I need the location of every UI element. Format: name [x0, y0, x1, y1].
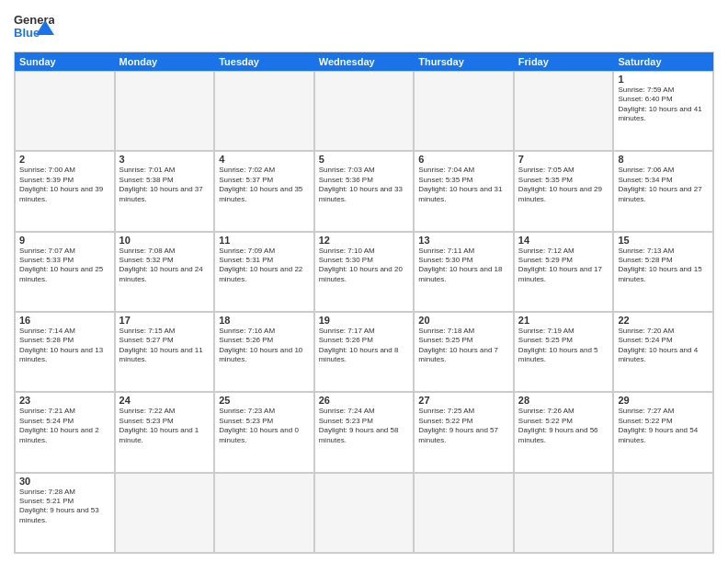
cell-text: Sunrise: 7:19 AM Sunset: 5:25 PM Dayligh… [518, 327, 609, 365]
cell-text: Sunrise: 7:04 AM Sunset: 5:35 PM Dayligh… [418, 166, 509, 204]
calendar-cell-2: 2Sunrise: 7:00 AM Sunset: 5:39 PM Daylig… [15, 151, 115, 231]
calendar-cell-28: 28Sunrise: 7:26 AM Sunset: 5:22 PM Dayli… [514, 392, 614, 472]
day-header-tuesday: Tuesday [214, 52, 314, 71]
calendar-cell-25: 25Sunrise: 7:23 AM Sunset: 5:23 PM Dayli… [214, 392, 314, 472]
day-number: 26 [319, 395, 410, 406]
empty-cell [214, 71, 314, 151]
cell-text: Sunrise: 7:17 AM Sunset: 5:26 PM Dayligh… [319, 327, 410, 365]
day-number: 28 [518, 395, 609, 406]
calendar-cell-1: 1Sunrise: 7:59 AM Sunset: 6:40 PM Daylig… [613, 71, 713, 151]
calendar-cell-5: 5Sunrise: 7:03 AM Sunset: 5:36 PM Daylig… [314, 151, 415, 231]
svg-text:Blue: Blue [14, 26, 40, 40]
day-number: 11 [219, 235, 310, 246]
calendar-cell-4: 4Sunrise: 7:02 AM Sunset: 5:37 PM Daylig… [214, 151, 314, 231]
calendar-cell-8: 8Sunrise: 7:06 AM Sunset: 5:34 PM Daylig… [613, 151, 713, 231]
calendar-cell-14: 14Sunrise: 7:12 AM Sunset: 5:29 PM Dayli… [514, 232, 614, 312]
cell-text: Sunrise: 7:27 AM Sunset: 5:22 PM Dayligh… [618, 407, 709, 445]
day-number: 29 [618, 395, 709, 406]
day-number: 25 [219, 395, 310, 406]
cell-text: Sunrise: 7:00 AM Sunset: 5:39 PM Dayligh… [19, 166, 110, 204]
empty-cell [514, 473, 614, 553]
day-header-thursday: Thursday [414, 52, 514, 71]
cell-text: Sunrise: 7:03 AM Sunset: 5:36 PM Dayligh… [319, 166, 410, 204]
calendar: SundayMondayTuesdayWednesdayThursdayFrid… [14, 52, 714, 554]
cell-text: Sunrise: 7:14 AM Sunset: 5:28 PM Dayligh… [19, 327, 110, 365]
day-header-friday: Friday [514, 52, 614, 71]
cell-text: Sunrise: 7:15 AM Sunset: 5:27 PM Dayligh… [119, 327, 210, 365]
day-number: 18 [219, 315, 310, 326]
day-number: 5 [319, 154, 410, 165]
cell-text: Sunrise: 7:28 AM Sunset: 5:21 PM Dayligh… [19, 488, 110, 526]
cell-text: Sunrise: 7:06 AM Sunset: 5:34 PM Dayligh… [618, 166, 709, 204]
cell-text: Sunrise: 7:13 AM Sunset: 5:28 PM Dayligh… [618, 247, 709, 285]
calendar-cell-20: 20Sunrise: 7:18 AM Sunset: 5:25 PM Dayli… [414, 312, 514, 392]
day-number: 17 [119, 315, 210, 326]
day-number: 3 [119, 154, 210, 165]
calendar-cell-23: 23Sunrise: 7:21 AM Sunset: 5:24 PM Dayli… [15, 392, 115, 472]
day-number: 6 [418, 154, 509, 165]
calendar-cell-30: 30Sunrise: 7:28 AM Sunset: 5:21 PM Dayli… [15, 473, 115, 553]
empty-cell [115, 473, 215, 553]
calendar-cell-16: 16Sunrise: 7:14 AM Sunset: 5:28 PM Dayli… [15, 312, 115, 392]
calendar-cell-22: 22Sunrise: 7:20 AM Sunset: 5:24 PM Dayli… [613, 312, 713, 392]
calendar-cell-18: 18Sunrise: 7:16 AM Sunset: 5:26 PM Dayli… [214, 312, 314, 392]
day-number: 2 [19, 154, 110, 165]
calendar-cell-15: 15Sunrise: 7:13 AM Sunset: 5:28 PM Dayli… [613, 232, 713, 312]
day-number: 16 [19, 315, 110, 326]
cell-text: Sunrise: 7:59 AM Sunset: 6:40 PM Dayligh… [618, 86, 709, 124]
calendar-cell-29: 29Sunrise: 7:27 AM Sunset: 5:22 PM Dayli… [613, 392, 713, 472]
day-number: 14 [518, 235, 609, 246]
calendar-grid: 1Sunrise: 7:59 AM Sunset: 6:40 PM Daylig… [15, 71, 713, 553]
day-number: 27 [418, 395, 509, 406]
logo-icon: General Blue [14, 9, 54, 46]
day-header-saturday: Saturday [613, 52, 713, 71]
day-number: 13 [418, 235, 509, 246]
cell-text: Sunrise: 7:25 AM Sunset: 5:22 PM Dayligh… [418, 407, 509, 445]
empty-cell [15, 71, 115, 151]
cell-text: Sunrise: 7:22 AM Sunset: 5:23 PM Dayligh… [119, 407, 210, 445]
calendar-cell-6: 6Sunrise: 7:04 AM Sunset: 5:35 PM Daylig… [414, 151, 514, 231]
calendar-cell-10: 10Sunrise: 7:08 AM Sunset: 5:32 PM Dayli… [115, 232, 215, 312]
empty-cell [214, 473, 314, 553]
calendar-cell-7: 7Sunrise: 7:05 AM Sunset: 5:35 PM Daylig… [514, 151, 614, 231]
cell-text: Sunrise: 7:10 AM Sunset: 5:30 PM Dayligh… [319, 247, 410, 285]
cell-text: Sunrise: 7:26 AM Sunset: 5:22 PM Dayligh… [518, 407, 609, 445]
calendar-cell-17: 17Sunrise: 7:15 AM Sunset: 5:27 PM Dayli… [115, 312, 215, 392]
header: General Blue [14, 9, 714, 46]
day-number: 22 [618, 315, 709, 326]
cell-text: Sunrise: 7:12 AM Sunset: 5:29 PM Dayligh… [518, 247, 609, 285]
empty-cell [414, 473, 514, 553]
day-number: 4 [219, 154, 310, 165]
calendar-page: General Blue SundayMondayTuesdayWednesda… [0, 0, 728, 563]
day-number: 10 [119, 235, 210, 246]
empty-cell [314, 473, 415, 553]
day-number: 15 [618, 235, 709, 246]
cell-text: Sunrise: 7:18 AM Sunset: 5:25 PM Dayligh… [418, 327, 509, 365]
day-number: 9 [19, 235, 110, 246]
cell-text: Sunrise: 7:05 AM Sunset: 5:35 PM Dayligh… [518, 166, 609, 204]
day-number: 20 [418, 315, 509, 326]
calendar-cell-19: 19Sunrise: 7:17 AM Sunset: 5:26 PM Dayli… [314, 312, 415, 392]
cell-text: Sunrise: 7:20 AM Sunset: 5:24 PM Dayligh… [618, 327, 709, 365]
day-number: 12 [319, 235, 410, 246]
calendar-cell-12: 12Sunrise: 7:10 AM Sunset: 5:30 PM Dayli… [314, 232, 415, 312]
cell-text: Sunrise: 7:21 AM Sunset: 5:24 PM Dayligh… [19, 407, 110, 445]
day-number: 1 [618, 74, 709, 85]
calendar-cell-11: 11Sunrise: 7:09 AM Sunset: 5:31 PM Dayli… [214, 232, 314, 312]
empty-cell [514, 71, 614, 151]
cell-text: Sunrise: 7:08 AM Sunset: 5:32 PM Dayligh… [119, 247, 210, 285]
day-number: 23 [19, 395, 110, 406]
calendar-cell-13: 13Sunrise: 7:11 AM Sunset: 5:30 PM Dayli… [414, 232, 514, 312]
cell-text: Sunrise: 7:23 AM Sunset: 5:23 PM Dayligh… [219, 407, 310, 445]
day-number: 21 [518, 315, 609, 326]
calendar-cell-27: 27Sunrise: 7:25 AM Sunset: 5:22 PM Dayli… [414, 392, 514, 472]
logo: General Blue [14, 9, 54, 46]
cell-text: Sunrise: 7:24 AM Sunset: 5:23 PM Dayligh… [319, 407, 410, 445]
day-number: 8 [618, 154, 709, 165]
calendar-cell-21: 21Sunrise: 7:19 AM Sunset: 5:25 PM Dayli… [514, 312, 614, 392]
calendar-cell-3: 3Sunrise: 7:01 AM Sunset: 5:38 PM Daylig… [115, 151, 215, 231]
cell-text: Sunrise: 7:01 AM Sunset: 5:38 PM Dayligh… [119, 166, 210, 204]
svg-text:General: General [14, 13, 54, 27]
empty-cell [314, 71, 415, 151]
cell-text: Sunrise: 7:16 AM Sunset: 5:26 PM Dayligh… [219, 327, 310, 365]
